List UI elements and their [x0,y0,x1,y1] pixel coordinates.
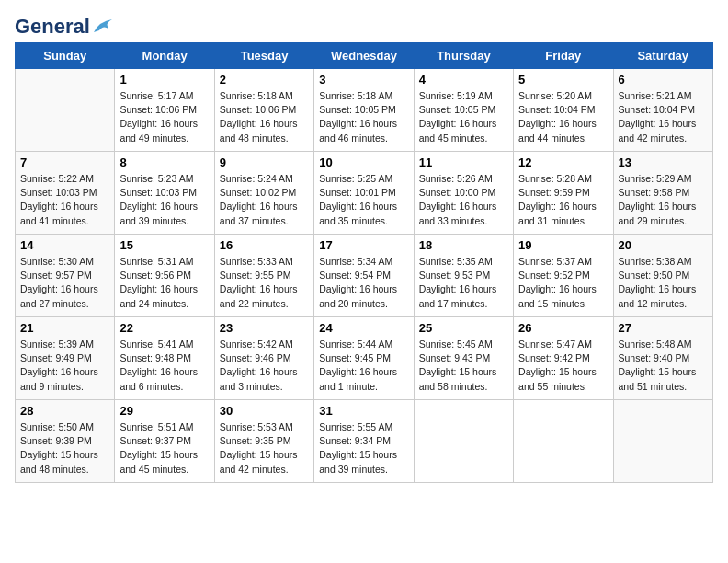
day-number: 27 [619,321,708,335]
day-info: Sunrise: 5:45 AM Sunset: 9:43 PM Dayligh… [419,338,508,394]
day-info: Sunrise: 5:23 AM Sunset: 10:03 PM Daylig… [119,172,209,228]
day-info: Sunrise: 5:44 AM Sunset: 9:45 PM Dayligh… [319,338,408,394]
calendar-cell: 31Sunrise: 5:55 AM Sunset: 9:34 PM Dayli… [314,400,414,483]
day-number: 28 [20,404,109,418]
day-info: Sunrise: 5:31 AM Sunset: 9:56 PM Dayligh… [119,255,209,311]
day-number: 23 [220,321,309,335]
day-number: 18 [419,238,508,252]
calendar-week-3: 14Sunrise: 5:30 AM Sunset: 9:57 PM Dayli… [16,235,713,317]
day-info: Sunrise: 5:29 AM Sunset: 9:58 PM Dayligh… [619,172,708,228]
calendar-cell: 15Sunrise: 5:31 AM Sunset: 9:56 PM Dayli… [115,235,214,317]
calendar-table: SundayMondayTuesdayWednesdayThursdayFrid… [15,42,713,483]
calendar-cell [414,400,513,483]
calendar-cell: 16Sunrise: 5:33 AM Sunset: 9:55 PM Dayli… [214,235,313,317]
day-info: Sunrise: 5:20 AM Sunset: 10:04 PM Daylig… [518,89,608,145]
calendar-cell [613,400,712,483]
logo-text: General [15,15,112,39]
calendar-cell: 28Sunrise: 5:50 AM Sunset: 9:39 PM Dayli… [16,400,115,483]
day-number: 2 [220,73,309,86]
calendar-cell: 5Sunrise: 5:20 AM Sunset: 10:04 PM Dayli… [514,69,613,152]
calendar-week-5: 28Sunrise: 5:50 AM Sunset: 9:39 PM Dayli… [16,400,713,483]
calendar-cell: 23Sunrise: 5:42 AM Sunset: 9:46 PM Dayli… [214,317,313,400]
day-info: Sunrise: 5:25 AM Sunset: 10:01 PM Daylig… [319,172,408,228]
calendar-cell: 27Sunrise: 5:48 AM Sunset: 9:40 PM Dayli… [613,317,712,400]
day-header-thursday: Thursday [414,43,513,69]
calendar-cell: 2Sunrise: 5:18 AM Sunset: 10:06 PM Dayli… [214,69,313,152]
day-info: Sunrise: 5:21 AM Sunset: 10:04 PM Daylig… [619,89,708,145]
calendar-cell: 8Sunrise: 5:23 AM Sunset: 10:03 PM Dayli… [115,152,214,235]
day-info: Sunrise: 5:47 AM Sunset: 9:42 PM Dayligh… [518,338,608,394]
day-info: Sunrise: 5:53 AM Sunset: 9:35 PM Dayligh… [220,420,309,477]
day-header-sunday: Sunday [16,43,115,69]
calendar-cell: 3Sunrise: 5:18 AM Sunset: 10:05 PM Dayli… [314,69,414,152]
day-number: 29 [119,404,209,418]
day-info: Sunrise: 5:35 AM Sunset: 9:53 PM Dayligh… [419,255,508,311]
day-number: 8 [119,155,209,169]
day-number: 3 [319,73,408,86]
calendar-body: 1Sunrise: 5:17 AM Sunset: 10:06 PM Dayli… [16,69,713,483]
calendar-cell: 26Sunrise: 5:47 AM Sunset: 9:42 PM Dayli… [514,317,613,400]
day-number: 6 [619,73,708,86]
day-info: Sunrise: 5:22 AM Sunset: 10:03 PM Daylig… [20,172,109,228]
calendar-cell [514,400,613,483]
day-number: 7 [20,155,109,169]
calendar-header-row: SundayMondayTuesdayWednesdayThursdayFrid… [16,43,713,69]
day-info: Sunrise: 5:19 AM Sunset: 10:05 PM Daylig… [419,89,508,145]
day-number: 15 [119,238,209,252]
calendar-cell: 13Sunrise: 5:29 AM Sunset: 9:58 PM Dayli… [613,152,712,235]
day-info: Sunrise: 5:51 AM Sunset: 9:37 PM Dayligh… [119,420,209,477]
day-number: 9 [220,155,309,169]
day-number: 25 [419,321,508,335]
day-number: 4 [419,73,508,86]
day-number: 17 [319,238,408,252]
calendar-cell: 19Sunrise: 5:37 AM Sunset: 9:52 PM Dayli… [514,235,613,317]
calendar-cell: 22Sunrise: 5:41 AM Sunset: 9:48 PM Dayli… [115,317,214,400]
day-number: 24 [319,321,408,335]
calendar-cell: 25Sunrise: 5:45 AM Sunset: 9:43 PM Dayli… [414,317,513,400]
day-info: Sunrise: 5:41 AM Sunset: 9:48 PM Dayligh… [119,338,209,394]
calendar-cell: 11Sunrise: 5:26 AM Sunset: 10:00 PM Dayl… [414,152,513,235]
calendar-cell: 21Sunrise: 5:39 AM Sunset: 9:49 PM Dayli… [16,317,115,400]
day-number: 11 [419,155,508,169]
calendar-week-1: 1Sunrise: 5:17 AM Sunset: 10:06 PM Dayli… [16,69,713,152]
day-info: Sunrise: 5:50 AM Sunset: 9:39 PM Dayligh… [20,420,109,477]
day-number: 13 [619,155,708,169]
day-number: 19 [518,238,608,252]
day-info: Sunrise: 5:33 AM Sunset: 9:55 PM Dayligh… [220,255,309,311]
calendar-week-4: 21Sunrise: 5:39 AM Sunset: 9:49 PM Dayli… [16,317,713,400]
day-number: 26 [518,321,608,335]
calendar-cell: 14Sunrise: 5:30 AM Sunset: 9:57 PM Dayli… [16,235,115,317]
day-info: Sunrise: 5:38 AM Sunset: 9:50 PM Dayligh… [619,255,708,311]
day-info: Sunrise: 5:30 AM Sunset: 9:57 PM Dayligh… [20,255,109,311]
day-header-friday: Friday [514,43,613,69]
calendar-cell: 30Sunrise: 5:53 AM Sunset: 9:35 PM Dayli… [214,400,313,483]
day-number: 10 [319,155,408,169]
calendar-cell: 10Sunrise: 5:25 AM Sunset: 10:01 PM Dayl… [314,152,414,235]
day-info: Sunrise: 5:24 AM Sunset: 10:02 PM Daylig… [220,172,309,228]
day-number: 31 [319,404,408,418]
calendar-cell: 17Sunrise: 5:34 AM Sunset: 9:54 PM Dayli… [314,235,414,317]
calendar-cell: 12Sunrise: 5:28 AM Sunset: 9:59 PM Dayli… [514,152,613,235]
calendar-cell: 20Sunrise: 5:38 AM Sunset: 9:50 PM Dayli… [613,235,712,317]
day-header-wednesday: Wednesday [314,43,414,69]
day-number: 20 [619,238,708,252]
calendar-cell: 6Sunrise: 5:21 AM Sunset: 10:04 PM Dayli… [613,69,712,152]
day-info: Sunrise: 5:26 AM Sunset: 10:00 PM Daylig… [419,172,508,228]
calendar-cell: 1Sunrise: 5:17 AM Sunset: 10:06 PM Dayli… [115,69,214,152]
calendar-cell: 18Sunrise: 5:35 AM Sunset: 9:53 PM Dayli… [414,235,513,317]
calendar-cell [16,69,115,152]
day-number: 5 [518,73,608,86]
day-header-saturday: Saturday [613,43,712,69]
day-number: 14 [20,238,109,252]
day-info: Sunrise: 5:42 AM Sunset: 9:46 PM Dayligh… [220,338,309,394]
calendar-cell: 29Sunrise: 5:51 AM Sunset: 9:37 PM Dayli… [115,400,214,483]
day-info: Sunrise: 5:28 AM Sunset: 9:59 PM Dayligh… [518,172,608,228]
calendar-cell: 7Sunrise: 5:22 AM Sunset: 10:03 PM Dayli… [16,152,115,235]
day-info: Sunrise: 5:17 AM Sunset: 10:06 PM Daylig… [119,89,209,145]
day-info: Sunrise: 5:48 AM Sunset: 9:40 PM Dayligh… [619,338,708,394]
page-header: General [15,15,713,35]
day-number: 30 [220,404,309,418]
day-info: Sunrise: 5:39 AM Sunset: 9:49 PM Dayligh… [20,338,109,394]
day-header-tuesday: Tuesday [214,43,313,69]
calendar-cell: 9Sunrise: 5:24 AM Sunset: 10:02 PM Dayli… [214,152,313,235]
